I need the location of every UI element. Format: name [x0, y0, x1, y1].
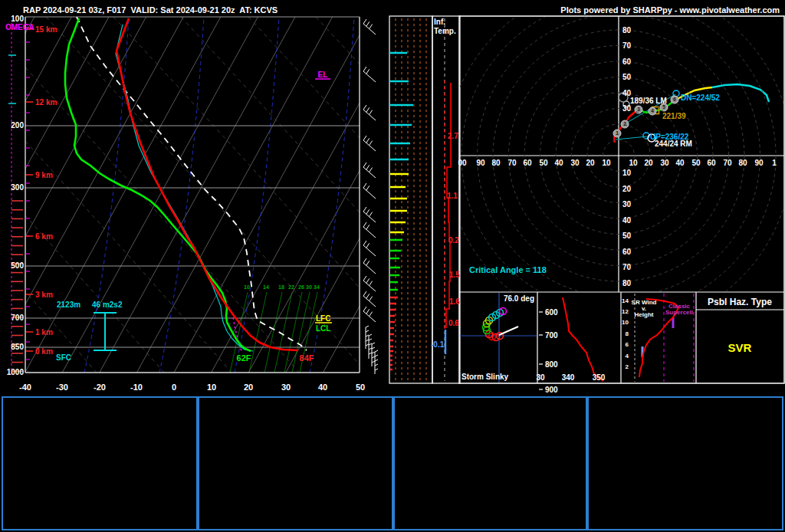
hodo-x-tick: 60 [707, 159, 715, 167]
mixing-ratio-label: 18 [278, 284, 284, 291]
inf-temp-value: -0.1 [431, 340, 444, 349]
moisture-column [389, 16, 432, 383]
hodo-y-tick: 40 [622, 216, 631, 225]
mixing-ratio-label: 10 [244, 284, 250, 291]
mixing-ratio-label: 34 [314, 284, 320, 291]
thetae-y-tick: 800 [545, 360, 558, 369]
hodo-y-tick: 50 [622, 73, 631, 81]
hodo-x-tick: 30 [660, 159, 668, 167]
hodo-x-tick: 90 [754, 159, 763, 167]
temp-axis-tick: -40 [19, 383, 31, 392]
temp-axis-tick: 30 [281, 383, 291, 392]
slinky-title: Storm Slinky [461, 373, 508, 381]
skewt-markers [94, 79, 332, 350]
panel-stp-boxplot [587, 396, 783, 530]
inf-temp-value: 0.6 [448, 319, 459, 327]
hodo-x-tick: 20 [586, 159, 594, 167]
hodo-x-tick: 70 [723, 159, 731, 167]
hazard-value: SVR [728, 342, 752, 355]
height-label: 1 km [35, 328, 53, 337]
classic-supercell-label: Supercell [665, 310, 693, 317]
pressure-label: 500 [11, 261, 24, 270]
thetae-y-tick: 900 [545, 386, 558, 394]
mixing-ratio-label: 26 [298, 284, 304, 291]
temp-axis-tick: -20 [94, 383, 106, 392]
temp-axis-tick: -30 [56, 383, 68, 392]
height-label: 12 km [35, 98, 57, 107]
right-mover-label: 244/24 RM [655, 140, 692, 148]
hodo-y-tick: 80 [622, 279, 631, 287]
slinky-angle: 76.0 deg [504, 294, 534, 303]
hodo-y-tick: 30 [622, 104, 631, 113]
inf-temp-value: 2.7 [448, 132, 458, 140]
temp-axis-tick: -10 [130, 383, 143, 392]
svg-text:1: 1 [616, 130, 619, 136]
omega-axis [8, 23, 33, 376]
hodo-x-tick: 80 [738, 159, 747, 167]
mixing-ratio-label: 14 [263, 284, 269, 291]
inf-temp-value: 1.5 [449, 271, 460, 279]
thetae-x-tick: 350 [593, 373, 606, 382]
temp-axis-tick: 20 [244, 383, 253, 392]
hodo-x-tick: 10 [629, 159, 637, 167]
pressure-label: 1000 [7, 368, 24, 376]
svg-text:5: 5 [662, 104, 665, 110]
inf-temp-title: Temp. [434, 27, 456, 35]
thetae-y-tick: 600 [545, 308, 558, 317]
mixing-ratio-label: 30 [306, 284, 312, 291]
srwind-title: Height [635, 312, 654, 319]
cloud-layer-wind-label: 221/39 [662, 112, 686, 120]
height-label: 9 km [35, 171, 53, 179]
hodo-x-tick: 10 [602, 159, 610, 167]
thetae-y-tick: 700 [545, 331, 558, 340]
hodo-y-tick: 50 [622, 232, 631, 240]
thetae-x-tick: 340 [562, 373, 575, 382]
hodo-x-tick: 50 [539, 159, 547, 167]
srwind-y-tick: 4 [626, 353, 629, 360]
hodo-x-tick: 20 [644, 159, 652, 167]
height-label: 6 km [35, 232, 53, 241]
thetae-x-tick: 30 [536, 373, 544, 382]
hodo-y-tick: 80 [622, 26, 631, 34]
panel-kinematics [198, 396, 393, 530]
hodo-x-tick: 90 [476, 159, 484, 167]
eil-srh-label: 46 m2s2 [92, 300, 122, 309]
pressure-label: 300 [11, 183, 24, 192]
srwind-y-tick: 12 [622, 309, 629, 316]
inf-temp-value: 1.1 [447, 192, 458, 200]
temp-axis-tick: 40 [318, 383, 327, 392]
wind-barb-column [363, 19, 378, 374]
srwind-y-tick: 14 [622, 298, 629, 305]
hodo-x-tick: 40 [675, 159, 684, 167]
panel-sars [393, 396, 587, 530]
pressure-label: 850 [11, 343, 24, 351]
sfc-label: SFC [56, 353, 71, 362]
left-mover-label: 189/36 LM [630, 97, 667, 105]
lcl-label: LCL [316, 324, 330, 333]
hazard-title: Psbl Haz. Type [708, 297, 772, 307]
hodo-x-tick: 50 [691, 159, 700, 167]
hodo-x-tick: 40 [554, 159, 563, 167]
inf-temp-value: 0.2 [448, 236, 459, 245]
srwind-y-tick: 6 [626, 342, 629, 349]
height-label: 3 km [35, 291, 53, 299]
hodo-y-tick: 70 [622, 41, 631, 50]
surface-dewpoint-label: 62F [237, 353, 251, 363]
svg-text:4: 4 [651, 108, 654, 113]
el-label: EL [318, 71, 328, 79]
hodo-x-tick: 60 [523, 159, 531, 167]
srwind-y-tick: 10 [622, 320, 629, 327]
svg-text:2: 2 [623, 121, 626, 126]
panel-parcel-table [2, 396, 198, 530]
eil-height-label: 2123m [57, 300, 80, 309]
temp-axis-tick: 0 [172, 383, 176, 392]
hodo-y-tick: 70 [622, 263, 631, 271]
height-label: 15 km [35, 25, 57, 34]
temp-axis-tick: 10 [207, 383, 216, 392]
srwind-y-tick: 8 [626, 331, 629, 338]
inf-temp-title: Inf. [434, 18, 445, 26]
lfc-label: LFC [316, 314, 330, 323]
pressure-label: 700 [11, 314, 24, 322]
pressure-label: 200 [11, 121, 24, 130]
inf-temp-value: 1.6 [449, 297, 460, 306]
